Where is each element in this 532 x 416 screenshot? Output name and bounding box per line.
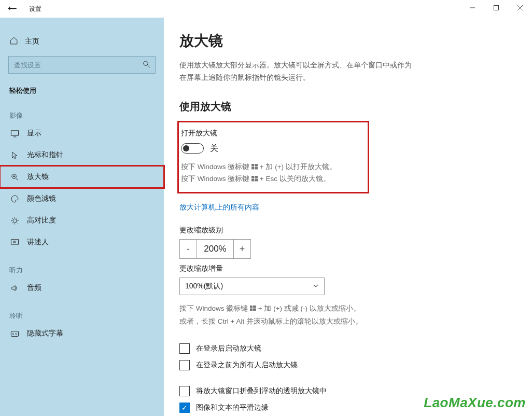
sidebar-item-label: 光标和指针 — [27, 150, 63, 160]
svg-line-9 — [16, 178, 18, 180]
checkbox-icon[interactable] — [179, 360, 190, 370]
sidebar-item-label: 隐藏式字幕 — [27, 329, 63, 338]
open-magnifier-label: 打开放大镜 — [181, 129, 360, 138]
window-title: 设置 — [29, 5, 41, 13]
svg-line-20 — [17, 218, 17, 218]
svg-rect-22 — [11, 331, 18, 336]
highlighted-section: 打开放大镜 关 按下 Windows 徽标键 + 加 (+) 以打开放大镜。 按… — [177, 121, 369, 194]
svg-point-12 — [12, 218, 16, 222]
svg-rect-27 — [251, 176, 254, 178]
zoom-stepper: - 200% + — [179, 239, 511, 259]
windows-key-icon — [251, 164, 258, 170]
content-area: 放大镜 使用放大镜放大部分显示器。放大镜可以全屏方式、在单个窗口中或作为在屏幕上… — [164, 18, 532, 416]
svg-rect-21 — [11, 239, 18, 244]
chevron-down-icon — [313, 282, 319, 290]
back-button[interactable]: 🠔 — [0, 0, 25, 18]
sidebar-item-display[interactable]: 显示 — [0, 122, 164, 144]
close-button[interactable] — [508, 0, 532, 16]
svg-point-4 — [144, 61, 148, 66]
windows-key-icon — [251, 176, 258, 182]
zoom-level-label: 更改缩放级别 — [179, 226, 511, 235]
sidebar-item-high-contrast[interactable]: 高对比度 — [0, 210, 164, 231]
magnifier-toggle[interactable]: 关 — [181, 143, 360, 154]
title-bar: 🠔 设置 — [0, 0, 532, 18]
svg-rect-6 — [11, 130, 18, 135]
svg-rect-33 — [250, 309, 253, 311]
svg-rect-29 — [251, 178, 254, 181]
enlarge-all-link[interactable]: 放大计算机上的所有内容 — [179, 203, 259, 212]
home-icon — [8, 36, 19, 47]
zoom-minus-button[interactable]: - — [179, 239, 197, 259]
cursor-icon — [9, 151, 20, 160]
search-icon — [142, 60, 151, 70]
checkbox-icon[interactable] — [179, 343, 190, 354]
display-icon — [9, 129, 20, 138]
svg-rect-31 — [250, 306, 253, 308]
checkbox-label: 图像和文本的平滑边缘 — [196, 403, 269, 412]
svg-rect-1 — [494, 6, 499, 10]
magnifier-icon — [9, 173, 20, 182]
group-vision-label: 影像 — [0, 99, 164, 122]
shortcut-hint: 按下 Windows 徽标键 + 加 (+) 以打开放大镜。 按下 Window… — [181, 161, 360, 185]
svg-rect-23 — [251, 164, 254, 167]
sidebar-item-label: 音频 — [27, 283, 41, 293]
sidebar-item-cursor[interactable]: 光标和指针 — [0, 144, 164, 166]
cc-icon — [9, 329, 20, 338]
sidebar-item-label: 讲述人 — [27, 238, 49, 247]
select-value: 100%(默认) — [185, 282, 223, 291]
checkbox-start-before-login[interactable]: 在登录之前为所有人启动放大镜 — [179, 360, 511, 370]
zoom-increment-select[interactable]: 100%(默认) — [179, 278, 325, 295]
checkbox-label: 在登录之前为所有人启动放大镜 — [196, 360, 298, 370]
zoom-plus-button[interactable]: + — [233, 239, 251, 259]
category-label: 轻松使用 — [0, 83, 164, 99]
palette-icon — [9, 195, 20, 203]
svg-line-5 — [148, 65, 150, 67]
sidebar-item-closed-captions[interactable]: 隐藏式字幕 — [0, 323, 164, 344]
zoom-shortcut-hint: 按下 Windows 徽标键 + 加 (+) 或减 (-) 以放大或缩小。 或者… — [179, 302, 397, 328]
svg-line-19 — [12, 223, 12, 223]
group-interaction-label: 聆听 — [0, 299, 164, 323]
home-nav[interactable]: 主页 — [0, 33, 164, 54]
checkbox-label: 在登录后启动放大镜 — [196, 344, 261, 353]
zoom-value: 200% — [197, 239, 233, 259]
minimize-button[interactable] — [460, 0, 484, 16]
system-buttons — [460, 0, 532, 16]
checkbox-icon[interactable] — [179, 386, 190, 396]
contrast-icon — [9, 216, 20, 225]
search-box[interactable] — [8, 56, 156, 74]
sidebar-item-label: 放大镜 — [27, 172, 49, 182]
sidebar-item-magnifier[interactable]: 放大镜 — [0, 166, 164, 188]
group-hearing-label: 听力 — [0, 253, 164, 277]
narrator-icon — [9, 238, 20, 247]
use-magnifier-heading: 使用放大镜 — [179, 100, 511, 114]
svg-line-18 — [17, 223, 17, 223]
audio-icon — [9, 284, 20, 293]
sidebar-item-audio[interactable]: 音频 — [0, 277, 164, 299]
sidebar: 主页 轻松使用 影像 显示 光标和指针 放大镜 颜色滤镜 高对比度 — [0, 18, 164, 416]
checkbox-start-after-login[interactable]: 在登录后启动放大镜 — [179, 343, 511, 354]
page-description: 使用放大镜放大部分显示器。放大镜可以全屏方式、在单个窗口中或作为在屏幕上追随你的… — [179, 59, 418, 84]
toggle-switch[interactable] — [181, 143, 204, 154]
windows-key-icon — [250, 306, 256, 311]
search-input[interactable] — [14, 61, 142, 69]
sidebar-item-label: 高对比度 — [27, 216, 56, 225]
svg-line-17 — [12, 218, 12, 218]
checkbox-icon-checked[interactable]: ✓ — [179, 403, 190, 413]
zoom-increment-label: 更改缩放增量 — [179, 264, 511, 273]
home-label: 主页 — [25, 37, 39, 46]
sidebar-item-label: 颜色滤镜 — [27, 194, 56, 203]
sidebar-item-narrator[interactable]: 讲述人 — [0, 231, 164, 253]
maximize-button[interactable] — [484, 0, 508, 16]
watermark: LaoMaXue.com — [424, 395, 526, 411]
checkbox-label: 将放大镜窗口折叠到浮动的透明放大镜中 — [196, 386, 327, 396]
svg-rect-25 — [251, 167, 254, 169]
sidebar-item-label: 显示 — [27, 129, 41, 138]
sidebar-item-color-filter[interactable]: 颜色滤镜 — [0, 188, 164, 210]
page-title: 放大镜 — [179, 31, 511, 51]
toggle-state: 关 — [210, 143, 218, 154]
